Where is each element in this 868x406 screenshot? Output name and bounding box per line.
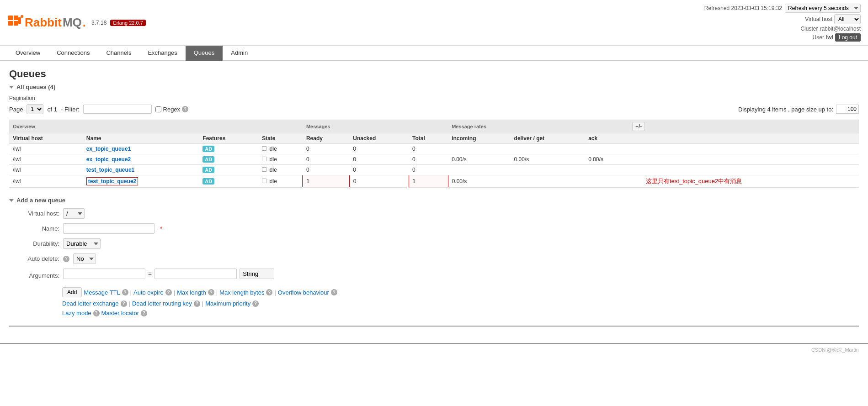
add-queue-header[interactable]: Add a new queue xyxy=(9,197,859,204)
version-info: 3.7.18 Erlang 22.0.7 xyxy=(91,20,146,26)
nav-connections[interactable]: Connections xyxy=(48,46,98,61)
vhost-label: Virtual host xyxy=(805,16,832,22)
row2-deliver-get: 0.00/s xyxy=(511,154,585,165)
lazy-mode-link[interactable]: Lazy mode xyxy=(62,310,91,316)
cluster-label: Cluster xyxy=(800,26,818,32)
max-priority-help[interactable]: ? xyxy=(252,301,259,307)
row4-ack xyxy=(585,175,628,188)
master-locator-help[interactable]: ? xyxy=(141,310,147,316)
arg-key-input[interactable] xyxy=(63,269,145,279)
row4-extra: 这里只有test_topic_queue2中有消息 xyxy=(628,175,859,188)
user-row: User lwl Log out xyxy=(813,33,861,42)
msg-ttl-help[interactable]: ? xyxy=(122,289,128,295)
vhost-row: Virtual host All / /lwl xyxy=(805,14,861,24)
required-star: * xyxy=(160,225,162,232)
durability-form-label: Durability: xyxy=(9,240,59,247)
row2-vhost: /lwl xyxy=(9,154,83,165)
nav-queues[interactable]: Queues xyxy=(186,46,223,61)
row3-state-icon xyxy=(262,167,266,172)
arguments-label: Arguments: xyxy=(9,272,59,279)
nav-channels[interactable]: Channels xyxy=(98,46,139,61)
page-title: Queues xyxy=(9,68,859,80)
auto-expire-help[interactable]: ? xyxy=(165,289,172,295)
regex-label: Regex ? xyxy=(155,106,189,113)
vhost-select[interactable]: All / /lwl xyxy=(834,14,861,24)
header: RabbitMQ. 3.7.18 Erlang 22.0.7 Refreshed… xyxy=(0,0,868,46)
th-ready: Ready xyxy=(303,133,349,144)
row3-ad-badge: AD xyxy=(202,167,214,173)
row2-state: idle xyxy=(258,154,303,165)
overflow-help[interactable]: ? xyxy=(331,289,337,295)
overflow-link[interactable]: Overflow behaviour xyxy=(278,289,329,296)
auto-delete-form-select[interactable]: No Yes xyxy=(73,253,96,264)
max-length-link[interactable]: Max length xyxy=(177,289,206,296)
max-length-bytes-help[interactable]: ? xyxy=(266,289,272,295)
name-form-label: Name: xyxy=(9,225,59,232)
row4-name-link[interactable]: test_topic_queue2 xyxy=(86,177,138,185)
plus-minus-button[interactable]: +/- xyxy=(632,122,645,131)
arg-type-select[interactable]: String Number Boolean xyxy=(240,269,274,279)
all-queues-header[interactable]: All queues (4) xyxy=(9,84,859,90)
add-queue-button[interactable]: Add xyxy=(62,287,82,297)
logo-area: RabbitMQ. 3.7.18 Erlang 22.0.7 xyxy=(7,15,146,31)
footer: CSDN @奕深_Martin xyxy=(0,343,868,356)
auto-delete-help-icon[interactable]: ? xyxy=(63,256,69,262)
max-length-help[interactable]: ? xyxy=(208,289,214,295)
row1-total: 0 xyxy=(409,144,448,154)
row1-incoming xyxy=(448,144,510,154)
add-queue-label: Add a new queue xyxy=(16,197,65,204)
auto-expire-link[interactable]: Auto expire xyxy=(133,289,164,296)
display-info: Displaying 4 items , page size up to: xyxy=(738,105,859,114)
nav-overview[interactable]: Overview xyxy=(7,46,48,61)
bottom-divider xyxy=(9,326,859,327)
row1-ready: 0 xyxy=(303,144,349,154)
logout-button[interactable]: Log out xyxy=(835,33,861,42)
state-group-header xyxy=(258,120,303,133)
th-extra xyxy=(628,133,859,144)
nav-exchanges[interactable]: Exchanges xyxy=(139,46,185,61)
max-priority-link[interactable]: Maximum priority xyxy=(205,300,250,307)
plus-minus-cell[interactable]: +/- xyxy=(628,120,859,133)
row1-ad-badge: AD xyxy=(202,146,214,152)
row2-name-link[interactable]: ex_topic_queue2 xyxy=(86,156,131,163)
regex-checkbox[interactable] xyxy=(155,106,161,112)
row1-vhost: /lwl xyxy=(9,144,83,154)
page-select[interactable]: 1 xyxy=(27,104,43,114)
row3-incoming xyxy=(448,165,510,175)
dead-letter-routing-help[interactable]: ? xyxy=(194,301,200,307)
row3-name: test_topic_queue1 xyxy=(83,165,199,175)
row2-features: AD xyxy=(199,154,258,165)
row3-features: AD xyxy=(199,165,258,175)
erlang-badge: Erlang 22.0.7 xyxy=(110,20,145,26)
row3-deliver-get xyxy=(511,165,585,175)
master-locator-link[interactable]: Master locator xyxy=(101,310,139,316)
msg-ttl-link[interactable]: Message TTL xyxy=(84,289,120,296)
arg-value-input[interactable] xyxy=(154,269,237,279)
messages-group-header: Messages xyxy=(303,120,448,133)
dead-letter-exchange-help[interactable]: ? xyxy=(121,301,127,307)
top-right: Refreshed 2023-03-03 15:19:32 Refresh ev… xyxy=(704,4,861,42)
th-vhost: Virtual host xyxy=(9,133,83,144)
dead-letter-routing-link[interactable]: Dead letter routing key xyxy=(132,300,192,307)
max-length-bytes-link[interactable]: Max length bytes xyxy=(219,289,264,296)
row1-name-link[interactable]: ex_topic_queue1 xyxy=(86,146,131,152)
row3-ready: 0 xyxy=(303,165,349,175)
row3-name-link[interactable]: test_topic_queue1 xyxy=(86,167,134,173)
page-size-input[interactable] xyxy=(836,105,859,114)
overview-group-header: Overview xyxy=(9,120,258,133)
row3-state: idle xyxy=(258,165,303,175)
filter-input[interactable] xyxy=(83,105,152,114)
table-row: /lwl ex_topic_queue1 AD idle 0 0 0 xyxy=(9,144,859,154)
th-name: Name xyxy=(83,133,199,144)
name-form-input[interactable] xyxy=(63,223,154,234)
nav-admin[interactable]: Admin xyxy=(223,46,256,61)
filter-label: - Filter: xyxy=(61,106,79,113)
regex-help-icon[interactable]: ? xyxy=(182,106,188,112)
durability-form-select[interactable]: Durable Transient xyxy=(63,238,101,249)
row4-state: idle xyxy=(258,175,303,188)
auto-delete-form-row: Auto delete: ? No Yes xyxy=(9,253,859,264)
vhost-form-select[interactable]: / /lwl xyxy=(63,208,85,219)
lazy-mode-help[interactable]: ? xyxy=(93,310,100,316)
dead-letter-exchange-link[interactable]: Dead letter exchange xyxy=(62,300,119,307)
refresh-select[interactable]: Refresh every 5 seconds Refresh every 10… xyxy=(785,4,861,13)
